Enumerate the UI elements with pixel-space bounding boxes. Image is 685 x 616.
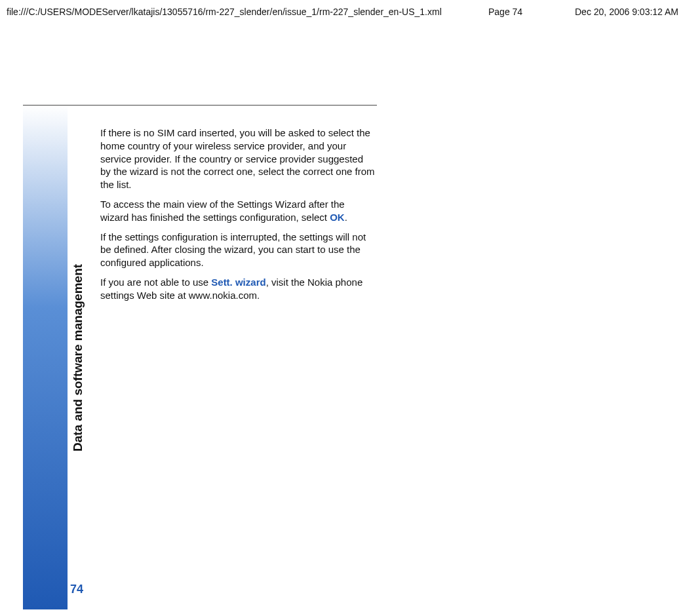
paragraph-4-lead: If you are not able to use	[100, 277, 211, 288]
section-title-vertical: Data and software management	[71, 263, 85, 451]
paragraph-4: If you are not able to use Sett. wizard,…	[100, 276, 376, 302]
paragraph-2: To access the main view of the Settings …	[100, 198, 376, 224]
paragraph-2-tail: .	[345, 212, 347, 223]
body-text: If there is no SIM card inserted, you wi…	[100, 126, 376, 309]
page-number: 74	[70, 583, 83, 596]
header-page: Page 74	[488, 7, 547, 17]
manual-page: Data and software management 74 If there…	[23, 105, 377, 609]
paragraph-2-lead: To access the main view of the Settings …	[100, 199, 345, 223]
paragraph-3: If the settings configuration is interru…	[100, 231, 376, 269]
header-date: Dec 20, 2006 9:03:12 AM	[547, 7, 678, 17]
sett-wizard-label: Sett. wizard	[211, 277, 265, 288]
side-gradient-strip	[23, 106, 68, 609]
paragraph-1: If there is no SIM card inserted, you wi…	[100, 126, 376, 191]
side-title-container: Data and software management	[68, 132, 88, 583]
header-file-path: file:///C:/USERS/MODEServer/lkatajis/130…	[7, 7, 488, 17]
print-header: file:///C:/USERS/MODEServer/lkatajis/130…	[7, 7, 678, 17]
ok-label: OK	[330, 212, 345, 223]
